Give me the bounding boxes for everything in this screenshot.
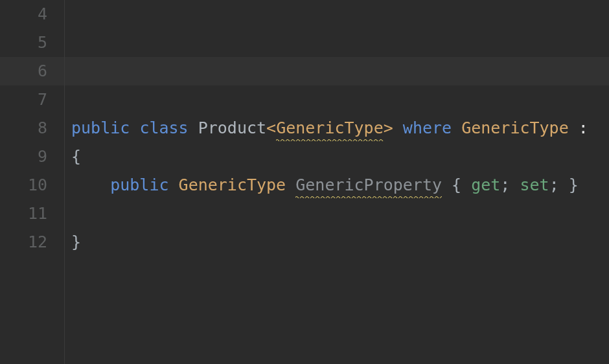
token: where: [403, 119, 452, 137]
token: GenericType: [276, 114, 384, 142]
code-area[interactable]: public class Product<GenericType> where …: [65, 0, 609, 364]
token: [452, 119, 461, 137]
line-number: 10: [0, 171, 64, 199]
token: ;: [500, 176, 510, 194]
token: [559, 176, 569, 194]
code-line[interactable]: public class Product<GenericType> where …: [65, 114, 609, 142]
token: set: [520, 176, 549, 194]
token: [569, 119, 579, 137]
line-number: 4: [0, 0, 64, 28]
token: public: [71, 119, 130, 137]
token: }: [71, 233, 81, 251]
line-number: 6: [0, 57, 64, 85]
line-number: 11: [0, 199, 64, 228]
code-line[interactable]: public GenericType GenericProperty { get…: [65, 171, 609, 199]
token: class: [139, 119, 188, 137]
code-line[interactable]: [65, 199, 609, 228]
token: Product: [198, 119, 266, 137]
line-number: 7: [0, 85, 64, 114]
code-line[interactable]: [65, 85, 609, 114]
token: GenericType: [179, 176, 286, 194]
line-number-gutter: 456789101112: [0, 0, 65, 364]
token: {: [71, 147, 81, 166]
token: [189, 119, 198, 137]
code-line[interactable]: [65, 28, 609, 57]
code-line[interactable]: [65, 0, 609, 28]
code-editor[interactable]: 456789101112 public class Product<Generi…: [0, 0, 609, 364]
code-line[interactable]: [65, 57, 609, 85]
token: GenericType: [461, 119, 569, 137]
token: get: [471, 176, 500, 194]
token: [442, 176, 452, 194]
code-line[interactable]: {: [65, 142, 609, 171]
token: ;: [549, 176, 559, 194]
line-number: 5: [0, 28, 64, 57]
token: [130, 119, 139, 137]
token: [461, 176, 471, 194]
token: <: [266, 119, 276, 137]
token: [286, 176, 295, 194]
token: }: [569, 176, 579, 194]
token: public: [110, 176, 168, 194]
line-number: 8: [0, 114, 64, 142]
token: [393, 119, 403, 137]
token: :: [579, 119, 588, 137]
token: >: [384, 119, 393, 137]
code-line[interactable]: }: [65, 228, 609, 256]
token: {: [452, 176, 461, 194]
token: [510, 176, 520, 194]
line-number: 9: [0, 142, 64, 171]
token: GenericProperty: [295, 171, 442, 199]
line-number: 12: [0, 228, 64, 256]
token: [169, 176, 179, 194]
